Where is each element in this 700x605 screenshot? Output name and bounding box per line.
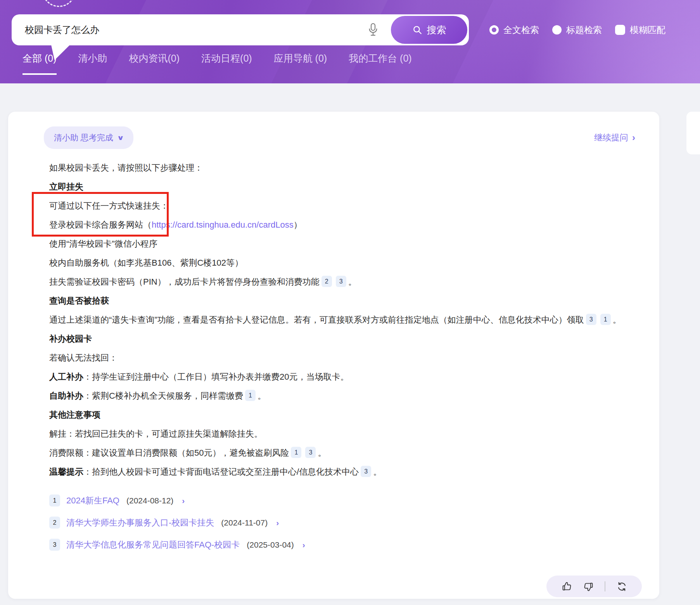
chevron-right-icon: ›: [302, 540, 305, 550]
text-run: ：持学生证到注册中心（工作日）填写补办表并缴费20元，当场取卡。: [83, 372, 349, 382]
reference-list: 12024新生FAQ(2024-08-12)›2清华大学师生办事服务入口-校园卡…: [49, 494, 636, 551]
answer-paragraph: 如果校园卡丢失，请按照以下步骤处理：: [49, 158, 636, 177]
answer-paragraph: 通过上述渠道的“遗失卡查询”功能，查看是否有拾卡人登记信息。若有，可直接联系对方…: [49, 310, 636, 329]
reference-date: (2024-11-07): [221, 518, 268, 527]
text-run: 。: [348, 277, 357, 287]
text-run: 可通过以下任一方式快速挂失：: [49, 201, 169, 211]
text-run: 校内自助服务机（如李兆基B106、紫荆C楼102等）: [49, 258, 243, 268]
citation-badge[interactable]: 2: [321, 276, 332, 287]
answer-body: 如果校园卡丢失，请按照以下步骤处理：立即挂失可通过以下任一方式快速挂失：登录校园…: [49, 158, 636, 481]
search-bar: 搜索: [12, 14, 469, 45]
text-run: ：拾到他人校园卡可通过卡背面电话登记或交至注册中心/信息化技术中心: [83, 467, 359, 477]
fuzzy-checkbox[interactable]: [615, 25, 625, 35]
text-run: 消费限额：建议设置单日消费限额（如50元），避免被盗刷风险: [49, 448, 289, 458]
reference-title[interactable]: 清华大学师生办事服务入口-校园卡挂失: [66, 517, 214, 529]
tab-campus-news[interactable]: 校内资讯(0): [129, 52, 180, 75]
reference-title[interactable]: 清华大学信息化服务常见问题回答FAQ-校园卡: [66, 539, 240, 551]
assistant-thinking-pill[interactable]: 清小助 思考完成 ∨: [44, 126, 133, 149]
actions-divider: [605, 581, 605, 591]
citation-badge[interactable]: 3: [361, 466, 371, 477]
search-icon: [412, 25, 422, 35]
header: 搜索 全文检索标题检索模糊匹配 全部 (0)清小助校内资讯(0)活动日程(0)应…: [0, 0, 700, 83]
tab-all[interactable]: 全部 (0): [22, 52, 57, 75]
answer-paragraph: 校内自助服务机（如李兆基B106、紫荆C楼102等）: [49, 253, 636, 272]
tab-app-nav[interactable]: 应用导航 (0): [274, 52, 327, 75]
reference-title[interactable]: 2024新生FAQ: [66, 495, 119, 506]
title-radio[interactable]: [552, 25, 562, 35]
answer-paragraph: 若确认无法找回：: [49, 348, 636, 367]
text-run: 挂失需验证校园卡密码（PIN），成功后卡片将暂停身份查验和消费功能: [49, 277, 320, 287]
citation-badge[interactable]: 1: [245, 390, 256, 401]
citation-badge[interactable]: 3: [305, 447, 316, 458]
text-run: 通过上述渠道的“遗失卡查询”功能，查看是否有拾卡人登记信息。若有，可直接联系对方…: [49, 315, 584, 325]
bold-text: 查询是否被拾获: [49, 296, 109, 306]
text-run: 解挂：若找回已挂失的卡，可通过原挂失渠道解除挂失。: [49, 429, 263, 439]
answer-paragraph: 温馨提示：拾到他人校园卡可通过卡背面电话登记或交至注册中心/信息化技术中心3。: [49, 462, 636, 481]
search-mode-fulltext[interactable]: 全文检索: [489, 24, 539, 36]
citation-badge[interactable]: 1: [291, 447, 301, 458]
search-mode-label: 模糊匹配: [630, 24, 665, 36]
citation-badge[interactable]: 3: [586, 314, 596, 325]
results-area: 清小助 思考完成 ∨ 继续提问 › 如果校园卡丢失，请按照以下步骤处理：立即挂失…: [0, 83, 700, 605]
reference-date: (2024-08-12): [126, 496, 173, 505]
answer-paragraph: 补办校园卡: [49, 329, 636, 348]
text-run: 使用“清华校园卡”微信小程序: [49, 239, 157, 249]
side-panel-edge: [686, 112, 700, 154]
bold-text: 补办校园卡: [49, 334, 92, 344]
bold-text: 立即挂失: [49, 182, 83, 192]
citation-badge[interactable]: 1: [600, 314, 611, 325]
answer-paragraph: 登录校园卡综合服务网站（https://card.tsinghua.edu.cn…: [49, 215, 636, 234]
answer-paragraph: 自助补办：紫荆C楼补办机全天候服务，同样需缴费1。: [49, 386, 636, 405]
inline-link[interactable]: https://card.tsinghua.edu.cn/cardLoss: [152, 220, 294, 230]
answer-paragraph: 挂失需验证校园卡密码（PIN），成功后卡片将暂停身份查验和消费功能23。: [49, 272, 636, 291]
text-run: ：紫荆C楼补办机全天候服务，同样需缴费: [83, 391, 243, 401]
chevron-right-icon: ›: [182, 496, 185, 505]
reference-item[interactable]: 2清华大学师生办事服务入口-校园卡挂失(2024-11-07)›: [49, 517, 636, 529]
answer-paragraph: 解挂：若找回已挂失的卡，可通过原挂失渠道解除挂失。: [49, 424, 636, 443]
answer-paragraph: 人工补办：持学生证到注册中心（工作日）填写补办表并缴费20元，当场取卡。: [49, 367, 636, 386]
tab-workbench[interactable]: 我的工作台 (0): [349, 52, 412, 75]
assistant-pill-label: 清小助 思考完成: [54, 132, 113, 143]
answer-paragraph: 立即挂失: [49, 177, 636, 196]
search-button[interactable]: 搜索: [389, 14, 469, 45]
tabs: 全部 (0)清小助校内资讯(0)活动日程(0)应用导航 (0)我的工作台 (0): [22, 52, 412, 75]
text-run: 。: [318, 448, 326, 458]
answer-card: 清小助 思考完成 ∨ 继续提问 › 如果校园卡丢失，请按照以下步骤处理：立即挂失…: [8, 112, 659, 599]
text-run: 登录校园卡综合服务网站（: [49, 220, 152, 230]
reference-item[interactable]: 3清华大学信息化服务常见问题回答FAQ-校园卡(2025-03-04)›: [49, 539, 636, 551]
reference-number: 3: [49, 539, 60, 551]
chevron-right-icon: ›: [276, 518, 279, 527]
bold-text: 自助补办: [49, 391, 83, 401]
bold-text: 其他注意事项: [49, 410, 100, 420]
tab-qxz[interactable]: 清小助: [78, 52, 107, 75]
search-mode-label: 全文检索: [503, 24, 539, 36]
answer-paragraph: 查询是否被拾获: [49, 291, 636, 310]
bold-text: 人工补办: [49, 372, 83, 382]
search-mode-title[interactable]: 标题检索: [552, 24, 602, 36]
microphone-icon[interactable]: [365, 21, 381, 38]
tab-events[interactable]: 活动日程(0): [201, 52, 252, 75]
fulltext-radio[interactable]: [489, 25, 499, 35]
text-run: 若确认无法找回：: [49, 353, 118, 363]
reference-number: 2: [49, 517, 60, 529]
reference-date: (2025-03-04): [247, 540, 294, 550]
thumbs-down-button[interactable]: [583, 581, 594, 592]
text-run: 如果校园卡丢失，请按照以下步骤处理：: [49, 163, 203, 173]
continue-asking-link[interactable]: 继续提问 ›: [594, 132, 635, 143]
answer-paragraph: 其他注意事项: [49, 405, 636, 424]
reference-item[interactable]: 12024新生FAQ(2024-08-12)›: [49, 494, 636, 506]
search-input[interactable]: [12, 24, 365, 35]
search-mode-options: 全文检索标题检索模糊匹配: [489, 14, 665, 45]
text-run: 。: [258, 391, 266, 401]
citation-badge[interactable]: 3: [336, 276, 346, 287]
chevron-right-icon: ›: [632, 132, 635, 143]
continue-asking-label: 继续提问: [594, 132, 628, 143]
text-run: 。: [613, 315, 621, 325]
answer-paragraph: 使用“清华校园卡”微信小程序: [49, 234, 636, 253]
thumbs-up-button[interactable]: [561, 581, 572, 592]
regenerate-button[interactable]: [616, 581, 627, 592]
university-emblem-logo: [42, 0, 76, 7]
search-mode-fuzzy[interactable]: 模糊匹配: [615, 24, 665, 36]
answer-actions: [546, 576, 642, 597]
text-run: ）: [294, 220, 302, 230]
